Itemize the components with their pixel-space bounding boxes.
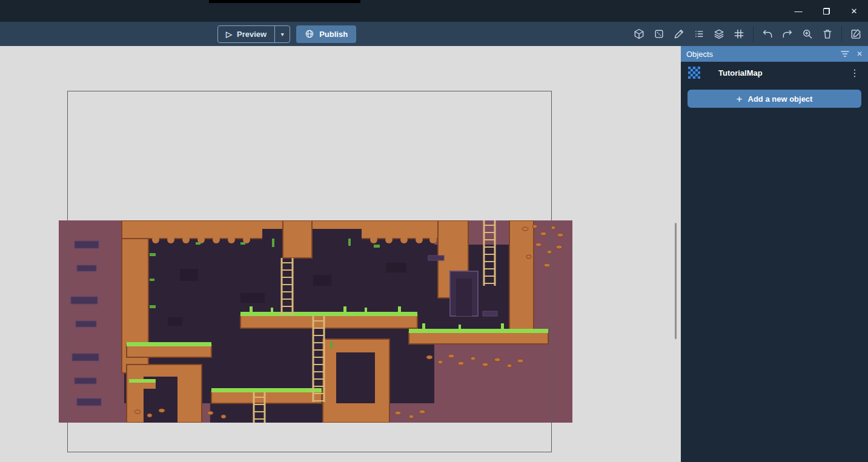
panel-close-button[interactable]: ✕ (856, 50, 863, 58)
edit-scene-button[interactable] (847, 25, 864, 42)
objects-panel-actions: ✕ (841, 50, 863, 58)
redo-button[interactable] (779, 25, 796, 42)
grid-button[interactable] (731, 25, 747, 42)
undo-icon (761, 28, 774, 40)
toolbar-right-icons (631, 22, 864, 46)
grid-icon (733, 28, 745, 40)
objects-panel-title: Objects (686, 50, 713, 59)
trash-button[interactable] (819, 25, 836, 42)
preview-dropdown-button[interactable]: ▾ (274, 26, 290, 42)
tilemap-object-icon (688, 67, 700, 79)
toolbar-separator (841, 26, 842, 42)
titlebar: — ✕ (0, 0, 868, 22)
objects-icon (653, 28, 665, 40)
close-icon: ✕ (851, 7, 858, 16)
chevron-down-icon: ▾ (281, 31, 284, 38)
redo-icon (781, 28, 793, 40)
scene-canvas[interactable] (0, 46, 681, 462)
object-menu-button[interactable]: ⋮ (849, 67, 861, 79)
minimize-icon: — (795, 7, 803, 16)
object-name: TutorialMap (718, 68, 849, 78)
preview-button[interactable]: ▷ Preview (218, 26, 274, 42)
objects-panel: Objects ✕ TutorialMap ⋮ (681, 46, 868, 462)
publish-button[interactable]: Publish (296, 25, 356, 43)
toolbar: ▷ Preview ▾ Publish (0, 22, 868, 46)
panel-close-icon: ✕ (856, 50, 863, 58)
zoom-in-icon (801, 28, 813, 40)
preview-split-button: ▷ Preview ▾ (217, 25, 290, 43)
plus-icon: + (737, 94, 743, 104)
publish-button-label: Publish (319, 30, 348, 39)
layers-button[interactable] (711, 25, 727, 42)
play-icon: ▷ (226, 30, 232, 38)
properties-button[interactable] (691, 25, 707, 42)
globe-icon (305, 29, 314, 39)
minimize-button[interactable]: — (784, 0, 812, 22)
restore-icon (823, 8, 830, 15)
restore-button[interactable] (812, 0, 840, 22)
add-object-label: Add a new object (748, 94, 813, 104)
filter-button[interactable] (841, 50, 849, 58)
kebab-icon: ⋮ (850, 68, 860, 78)
3d-box-icon (633, 28, 645, 40)
layers-icon (713, 28, 725, 40)
add-object-button[interactable]: + Add a new object (687, 90, 861, 108)
pencil-icon (673, 28, 685, 40)
undo-button[interactable] (759, 25, 776, 42)
properties-list-icon (693, 28, 705, 40)
window-controls: — ✕ (784, 0, 868, 22)
toolbar-center: ▷ Preview ▾ Publish (217, 22, 356, 46)
toolbar-separator (753, 26, 754, 42)
pencil-button[interactable] (671, 25, 687, 42)
canvas-scrollbar[interactable] (675, 223, 677, 339)
filter-icon (841, 50, 849, 58)
game-bounds-rect (67, 91, 552, 452)
3d-box-button[interactable] (631, 25, 648, 42)
close-button[interactable]: ✕ (840, 0, 868, 22)
titlebar-tab (209, 0, 360, 3)
objects-panel-header: Objects ✕ (681, 46, 868, 62)
object-item-tutorialmap[interactable]: TutorialMap ⋮ (681, 62, 868, 84)
edit-scene-icon (850, 28, 862, 40)
preview-button-label: Preview (237, 30, 267, 39)
zoom-in-button[interactable] (799, 25, 816, 42)
objects-button[interactable] (651, 25, 668, 42)
trash-icon (821, 28, 833, 40)
